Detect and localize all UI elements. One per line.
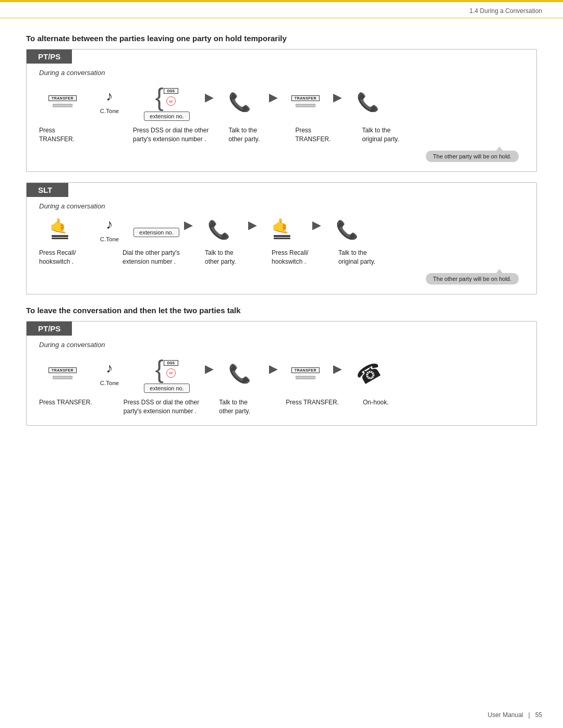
desc-talk3: Talk to theother party. bbox=[219, 398, 266, 416]
step-ext-slt: extension no. bbox=[133, 224, 180, 237]
transfer-btn-3: TRANSFER bbox=[48, 367, 77, 373]
dss-btn-2: DSS bbox=[164, 360, 178, 366]
dss-btn-1: DSS bbox=[164, 88, 178, 94]
step-dss2: { DSS or extension no. bbox=[133, 356, 201, 393]
svg-text:🤙: 🤙 bbox=[50, 217, 68, 235]
transfer-btn-2: TRANSFER bbox=[291, 95, 320, 101]
phone-icon-slt1: 📞 bbox=[207, 219, 234, 240]
svg-rect-5 bbox=[52, 235, 68, 237]
desc-transfer3: Press TRANSFER. bbox=[39, 398, 92, 407]
section-label: 1.4 During a Conversation bbox=[470, 7, 542, 15]
step-recall1: 🤙 bbox=[39, 217, 86, 243]
ext-box-2: extension no. bbox=[144, 384, 189, 393]
svg-rect-0 bbox=[53, 104, 72, 107]
step-ctone2: ♪ C.Tone bbox=[86, 361, 133, 387]
arrow-3: ▶ bbox=[329, 91, 346, 104]
arrow-6: ▶ bbox=[308, 218, 325, 232]
header-section: 1.4 During a Conversation bbox=[0, 0, 563, 18]
svg-rect-9 bbox=[274, 235, 290, 237]
slt-desc-row: Press Recall/hookswitch . Dial the other… bbox=[27, 243, 536, 267]
step-ctone1: ♪ C.Tone bbox=[86, 89, 133, 115]
page-content: To alternate between the parties leaving… bbox=[0, 18, 563, 457]
slt-label: SLT bbox=[27, 183, 68, 197]
ptps2-desc-row: Press TRANSFER. Press DSS or dial the ot… bbox=[27, 393, 536, 416]
svg-rect-6 bbox=[52, 238, 68, 239]
arrow-9: ▶ bbox=[329, 362, 346, 376]
or-circle-1: or bbox=[166, 96, 176, 106]
slt-box: SLT During a conversation 🤙 bbox=[26, 182, 537, 294]
ptps1-steps-row: TRANSFER ♪ C.Tone { DSS bbox=[27, 84, 536, 121]
desk-phone-icon-1: 🤙 bbox=[50, 217, 76, 241]
arrow-8: ▶ bbox=[265, 362, 282, 376]
svg-rect-14 bbox=[296, 376, 315, 379]
ptps-label-2: PT/PS bbox=[27, 322, 72, 336]
phone-icon-1: 📞 bbox=[228, 91, 255, 112]
desc-talk1: Talk to theother party. bbox=[228, 126, 275, 144]
section2-title: To leave the conversation and then let t… bbox=[26, 306, 537, 315]
arrow-5: ▶ bbox=[244, 218, 261, 232]
desc-talk2: Talk to theoriginal party. bbox=[362, 126, 409, 144]
during-label-2: During a conversation bbox=[27, 341, 536, 349]
onhook-icon: ☎ bbox=[353, 357, 386, 389]
ptps2-steps-row: TRANSFER ♪ C.Tone { DSS or bbox=[27, 356, 536, 393]
ext-box-1: extension no. bbox=[144, 112, 189, 121]
ctone-label-1: C.Tone bbox=[100, 107, 119, 115]
callout-row-slt: The other party will be on hold. bbox=[27, 270, 536, 285]
desc-talk-slt1: Talk to theother party. bbox=[205, 249, 252, 267]
svg-text:📞: 📞 bbox=[228, 91, 251, 112]
callout-row-1: The other party will be on hold. bbox=[27, 147, 536, 162]
step-talk2: 📞 bbox=[346, 91, 393, 114]
during-label-1: During a conversation bbox=[27, 69, 536, 77]
during-label-slt: During a conversation bbox=[27, 202, 536, 210]
svg-rect-12 bbox=[53, 376, 72, 379]
step-transfer4: TRANSFER bbox=[282, 367, 329, 381]
step-ctone-slt: ♪ C.Tone bbox=[86, 217, 133, 243]
step-onhook: ☎ bbox=[346, 363, 393, 386]
desc-transfer1: PressTRANSFER. bbox=[39, 126, 86, 144]
phone-icon-slt2: 📞 bbox=[335, 219, 362, 240]
arrow-2: ▶ bbox=[265, 91, 282, 104]
step-transfer3: TRANSFER bbox=[39, 367, 86, 381]
svg-rect-10 bbox=[274, 238, 290, 239]
desc-onhook: On-hook. bbox=[363, 398, 405, 407]
or-circle-2: or bbox=[166, 368, 176, 378]
slt-steps-row: 🤙 ♪ C.Tone extension no. ▶ bbox=[27, 217, 536, 243]
top-bar bbox=[0, 0, 563, 2]
desc-ext-slt: Dial the other party'sextension number . bbox=[123, 249, 185, 267]
desc-transfer4: Press TRANSFER. bbox=[286, 398, 343, 407]
step-talk-slt1: 📞 bbox=[197, 219, 244, 242]
svg-text:📞: 📞 bbox=[336, 219, 359, 240]
desc-talk-slt2: Talk to theoriginal party. bbox=[338, 249, 385, 267]
step-talk3: 📞 bbox=[218, 363, 265, 386]
ctone-label-2: C.Tone bbox=[100, 379, 119, 387]
desc-dss2: Press DSS or dial the otherparty's exten… bbox=[124, 398, 199, 416]
desc-dss1: Press DSS or dial the otherparty's exten… bbox=[133, 126, 209, 144]
desc-transfer2: PressTRANSFER. bbox=[295, 126, 342, 144]
svg-text:🤙: 🤙 bbox=[272, 217, 290, 235]
ext-box-slt: extension no. bbox=[133, 228, 179, 237]
transfer-icon-1: TRANSFER bbox=[48, 95, 77, 107]
transfer-btn-1: TRANSFER bbox=[48, 95, 77, 101]
section1-title: To alternate between the parties leaving… bbox=[26, 34, 537, 43]
ptps-label-1: PT/PS bbox=[27, 50, 72, 64]
svg-text:📞: 📞 bbox=[228, 363, 251, 384]
ctone-icon-1: ♪ bbox=[106, 89, 113, 103]
footer-text: User Manual | 55 bbox=[487, 711, 542, 719]
step-transfer1: TRANSFER bbox=[39, 95, 86, 109]
ctone-label-slt: C.Tone bbox=[100, 235, 119, 243]
ptps1-desc-row: PressTRANSFER. Press DSS or dial the oth… bbox=[27, 121, 536, 144]
callout-slt: The other party will be on hold. bbox=[426, 273, 519, 285]
phone-icon-3: 📞 bbox=[228, 363, 255, 384]
ptps-box-2: PT/PS During a conversation TRANSFER ♪ C… bbox=[26, 321, 537, 426]
desc-recall2: Press Recall/hookswitch . bbox=[272, 249, 319, 267]
step-dss1: { DSS or extension no. bbox=[133, 84, 201, 121]
arrow-4: ▶ bbox=[180, 218, 197, 232]
desc-recall1: Press Recall/hookswitch . bbox=[39, 249, 86, 267]
ptps-box-1: PT/PS During a conversation TRANSFER ♪ C… bbox=[26, 49, 537, 172]
arrow-7: ▶ bbox=[201, 362, 218, 376]
page-footer: User Manual | 55 bbox=[0, 711, 563, 719]
svg-rect-2 bbox=[296, 104, 315, 107]
svg-text:📞: 📞 bbox=[207, 219, 230, 240]
step-talk1: 📞 bbox=[218, 91, 265, 114]
arrow-1: ▶ bbox=[201, 91, 218, 104]
